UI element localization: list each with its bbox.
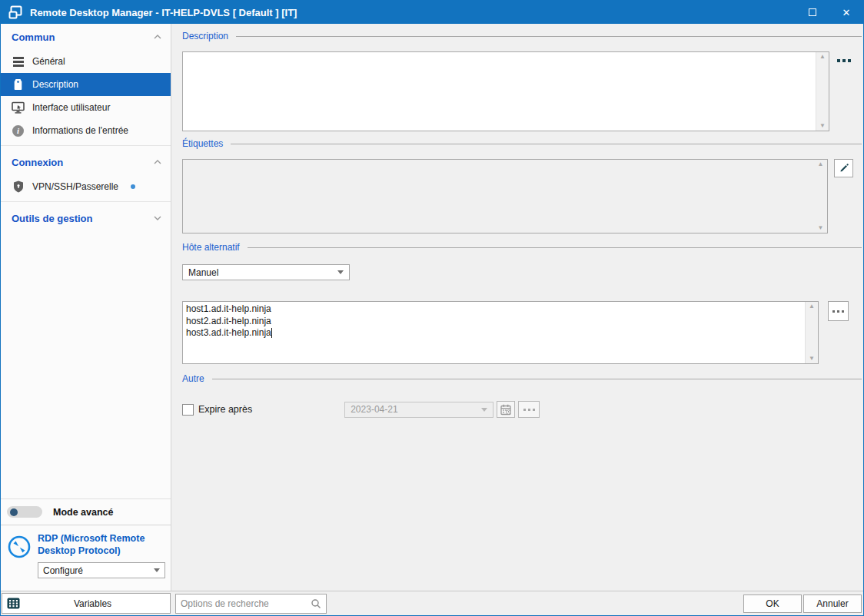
search-icon [311,598,321,609]
section-commun[interactable]: Commun [1,24,171,50]
chevron-up-icon [154,160,161,164]
section-commun-label: Commun [12,31,154,43]
menu-lines-icon [12,55,25,68]
ok-button[interactable]: OK [743,594,802,613]
shield-icon [12,180,25,194]
main-content: Description ▲▼ Étiquettes ▲▼ [171,24,863,591]
titlebar: Remote Desktop Manager - IT-HELP-DVLS [ … [1,1,863,24]
variables-grid-icon [7,598,20,609]
section-connexion[interactable]: Connexion [1,149,171,175]
expire-date-select: 2023-04-21 [344,402,493,418]
section-connexion-label: Connexion [12,157,154,168]
alternate-hosts-scrollbar[interactable]: ▲▼ [805,302,818,363]
alternate-hosts-ellipsis-button[interactable] [828,301,849,321]
tags-group-header: Étiquettes [182,138,862,149]
bottom-bar: Variables OK Annuler [1,591,863,615]
tags-text [183,160,814,233]
protocol-title: RDP (Microsoft Remote Desktop Protocol) [38,533,165,557]
sidebar-divider [1,201,171,202]
alternate-hosts-textarea[interactable]: host1.ad.it-help.ninja host2.ad.it-help.… [182,301,819,364]
pencil-icon [839,163,849,174]
rdp-connect-icon [7,533,32,581]
search-input[interactable] [181,598,311,609]
sidebar-item-label: Informations de l'entrée [32,125,128,136]
settings-sidebar: Commun Général Description [1,24,171,591]
alternate-host-mode-value: Manuel [188,267,218,278]
advanced-mode-label: Mode avancé [53,507,114,518]
sidebar-item-description[interactable]: Description [1,73,171,96]
tags-textarea: ▲▼ [182,159,828,233]
sidebar-item-interface-utilisateur[interactable]: Interface utilisateur [1,96,171,119]
protocol-panel: RDP (Microsoft Remote Desktop Protocol) … [1,525,171,591]
modified-dot-badge [131,184,135,189]
other-group-header: Autre [182,373,862,384]
cancel-button[interactable]: Annuler [803,594,862,613]
alternate-host-group-header: Hôte alternatif [182,242,862,253]
chevron-down-icon [481,408,487,412]
info-icon: i [12,124,25,137]
protocol-status-select[interactable]: Configuré [38,562,165,578]
advanced-mode-row: Mode avancé [1,498,171,525]
close-button[interactable]: ✕ [829,1,863,24]
expire-date-value: 2023-04-21 [351,404,397,415]
alternate-hosts-text: host1.ad.it-help.ninja host2.ad.it-help.… [186,303,271,338]
description-group-header: Description [182,31,862,41]
maximize-button[interactable] [796,1,829,24]
description-scrollbar[interactable]: ▲▼ [816,52,829,131]
description-textarea[interactable]: ▲▼ [182,51,829,131]
edit-tags-button[interactable] [834,159,853,177]
chevron-up-icon [154,35,161,39]
variables-button[interactable]: Variables [2,593,171,614]
section-outils-de-gestion[interactable]: Outils de gestion [1,205,171,231]
description-ellipsis-button[interactable] [837,59,851,62]
tag-icon [12,78,25,91]
sidebar-item-label: Description [32,79,78,90]
chevron-down-icon [337,270,344,274]
monitor-icon [12,101,25,114]
rdm-properties-window: Remote Desktop Manager - IT-HELP-DVLS [ … [0,0,864,616]
tags-scrollbar: ▲▼ [814,160,827,233]
app-window-icon [8,5,24,19]
protocol-status-value: Configuré [43,565,83,576]
calendar-picker-button [497,401,515,418]
expire-after-label: Expire après [198,404,252,415]
advanced-mode-toggle[interactable] [7,506,42,518]
alternate-host-group-label: Hôte alternatif [182,242,240,253]
description-text [183,52,816,131]
maximize-icon [809,8,816,16]
expire-ellipsis-button [518,401,540,418]
alternate-host-mode-select[interactable]: Manuel [182,264,350,280]
sidebar-item-informations-entree[interactable]: i Informations de l'entrée [1,119,171,142]
search-box[interactable] [175,594,327,614]
expire-after-checkbox[interactable] [182,404,194,416]
section-outils-label: Outils de gestion [12,213,154,224]
window-title: Remote Desktop Manager - IT-HELP-DVLS [ … [30,7,796,18]
sidebar-item-label: Général [32,56,65,67]
tags-group-label: Étiquettes [182,138,223,149]
chevron-down-icon [154,568,160,572]
text-cursor [271,328,272,338]
calendar-icon [500,404,512,416]
other-group-label: Autre [182,373,204,384]
variables-button-label: Variables [20,598,165,609]
sidebar-item-general[interactable]: Général [1,50,171,73]
sidebar-item-vpn-ssh-passerelle[interactable]: VPN/SSH/Passerelle [1,175,171,198]
chevron-down-icon [154,216,161,220]
sidebar-item-label: VPN/SSH/Passerelle [32,181,118,192]
description-group-label: Description [182,31,228,41]
sidebar-divider [1,145,171,146]
sidebar-item-label: Interface utilisateur [32,102,110,113]
